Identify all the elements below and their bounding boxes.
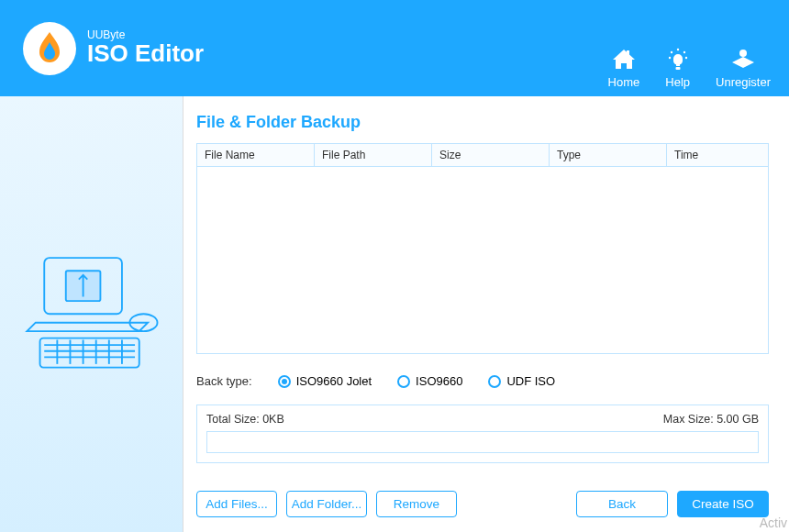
radio-label: UDF ISO <box>506 374 555 388</box>
svg-point-4 <box>683 51 684 53</box>
size-box: Total Size: 0KB Max Size: 5.00 GB <box>196 405 769 463</box>
svg-rect-0 <box>627 50 629 55</box>
body-area: File & Folder Backup File Name File Path… <box>0 96 789 532</box>
back-button[interactable]: Back <box>576 491 668 517</box>
col-size[interactable]: Size <box>432 144 550 166</box>
col-file-name[interactable]: File Name <box>197 144 315 166</box>
page-title: File & Folder Backup <box>196 113 769 132</box>
col-time[interactable]: Time <box>667 144 768 166</box>
size-progress-bar <box>206 431 759 453</box>
nav-unregister[interactable]: Unregister <box>716 46 771 89</box>
nav-home[interactable]: Home <box>608 46 640 89</box>
app-logo-icon <box>23 22 76 75</box>
product-name: ISO Editor <box>87 40 204 67</box>
nav-home-label: Home <box>608 75 640 89</box>
help-icon <box>666 46 690 73</box>
unregister-icon <box>729 46 757 73</box>
main-panel: File & Folder Backup File Name File Path… <box>183 96 789 532</box>
radio-iso9660jolet[interactable]: ISO9660 Jolet <box>278 374 372 388</box>
home-icon <box>610 46 638 73</box>
logo-area: UUByte ISO Editor <box>0 22 204 75</box>
radio-label: ISO9660 <box>416 374 462 388</box>
radio-udf[interactable]: UDF ISO <box>488 374 555 388</box>
col-type[interactable]: Type <box>550 144 667 166</box>
svg-rect-11 <box>39 338 139 368</box>
create-iso-button[interactable]: Create ISO <box>677 491 769 517</box>
file-table: File Name File Path Size Type Time <box>196 143 769 354</box>
radio-iso9660[interactable]: ISO9660 <box>397 374 462 388</box>
nav-help-label: Help <box>665 75 690 89</box>
watermark-text: Activ <box>760 515 787 530</box>
add-folder-button[interactable]: Add Folder... <box>286 491 367 517</box>
logo-text: UUByte ISO Editor <box>87 29 204 67</box>
svg-rect-1 <box>675 67 680 70</box>
backtype-row: Back type: ISO9660 Jolet ISO9660 UDF ISO <box>196 374 769 388</box>
app-header: UUByte ISO Editor Home Help Unregister <box>0 0 789 96</box>
radio-dot-icon <box>278 375 291 388</box>
svg-point-3 <box>670 51 672 53</box>
svg-point-2 <box>676 49 678 50</box>
svg-point-6 <box>684 57 686 59</box>
nav-help[interactable]: Help <box>665 46 690 89</box>
nav-unregister-label: Unregister <box>716 75 771 89</box>
radio-dot-icon <box>397 375 410 388</box>
svg-point-7 <box>739 50 747 57</box>
max-size-label: Max Size: 5.00 GB <box>663 413 759 426</box>
backtype-label: Back type: <box>196 374 252 388</box>
table-header: File Name File Path Size Type Time <box>197 144 768 167</box>
svg-point-5 <box>668 57 670 59</box>
radio-label: ISO9660 Jolet <box>296 374 372 388</box>
header-nav: Home Help Unregister <box>608 46 771 89</box>
radio-dot-icon <box>488 375 501 388</box>
remove-button[interactable]: Remove <box>376 491 457 517</box>
total-size-label: Total Size: 0KB <box>206 413 284 426</box>
footer-row: Add Files... Add Folder... Remove Back C… <box>196 491 769 517</box>
col-file-path[interactable]: File Path <box>315 144 432 166</box>
sidebar-illustration <box>0 96 183 532</box>
add-files-button[interactable]: Add Files... <box>196 491 277 517</box>
